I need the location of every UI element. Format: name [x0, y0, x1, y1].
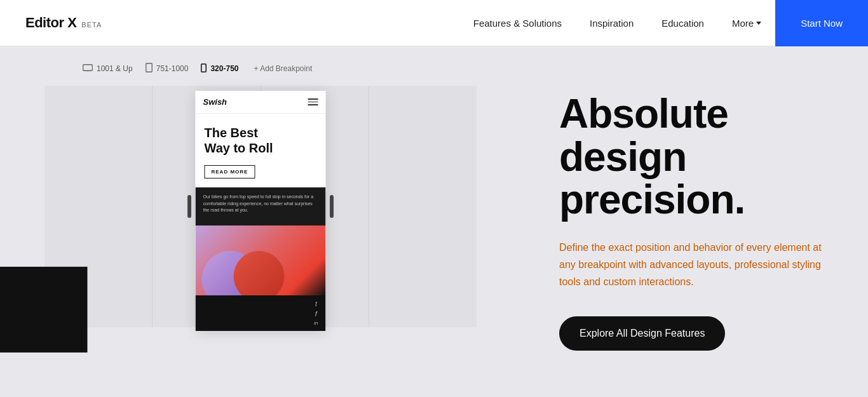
tablet-icon	[146, 63, 153, 74]
chevron-down-icon	[756, 22, 761, 25]
nav-inspiration[interactable]: Inspiration	[576, 0, 648, 46]
mobile-logo: Swish	[203, 97, 227, 107]
hero-description: Define the exact position and behavior o…	[559, 239, 826, 291]
svg-rect-3	[201, 64, 207, 72]
nav-education[interactable]: Education	[648, 0, 718, 46]
svg-rect-2	[146, 64, 152, 72]
mobile-hamburger-icon[interactable]	[308, 98, 318, 105]
logo-text: Editor X	[25, 15, 76, 31]
add-breakpoint-button[interactable]: + Add Breakpoint	[254, 64, 312, 73]
svg-rect-0	[83, 64, 93, 71]
mobile-icon	[201, 64, 207, 74]
resize-handle-right[interactable]	[330, 195, 334, 218]
breakpoint-mobile[interactable]: 320-750	[201, 64, 238, 74]
mobile-dark-section: Our bikes go from top speed to full stop…	[196, 187, 326, 225]
beta-badge: BETA	[81, 21, 102, 29]
mobile-preview: Swish The Best Way to Roll RE	[196, 91, 326, 331]
nav: Features & Solutions Inspiration Educati…	[459, 0, 848, 46]
breakpoint-desktop[interactable]: 1001 & Up	[83, 64, 133, 74]
hero-title: Absolute design precision.	[559, 93, 836, 221]
nav-more[interactable]: More	[718, 0, 775, 46]
right-panel: Absolute design precision. Define the ex…	[521, 46, 868, 397]
mobile-header: Swish	[196, 91, 326, 114]
mobile-body-text: Our bikes go from top speed to full stop…	[203, 194, 318, 214]
mobile-gradient-section	[196, 225, 326, 295]
explore-features-button[interactable]: Explore All Design Features	[559, 316, 725, 351]
mobile-hero-title: The Best Way to Roll	[205, 125, 317, 156]
logo[interactable]: Editor X BETA	[25, 15, 102, 31]
resize-handle-left[interactable]	[187, 195, 191, 218]
header: Editor X BETA Features & Solutions Inspi…	[0, 0, 868, 46]
facebook-icon[interactable]: f	[315, 310, 317, 318]
gradient-circle-2	[234, 251, 285, 295]
mobile-footer: t f in	[196, 295, 326, 331]
social-icons: t f in	[314, 300, 318, 326]
nav-features[interactable]: Features & Solutions	[459, 0, 576, 46]
mobile-read-more-button[interactable]: READ MORE	[205, 165, 255, 178]
breakpoint-tablet[interactable]: 751-1000	[146, 63, 189, 74]
breakpoint-bar: 1001 & Up 751-1000 320-750 + Add Breakpo…	[0, 59, 521, 78]
canvas-frame: Swish The Best Way to Roll RE	[44, 86, 477, 327]
mobile-hero-section: The Best Way to Roll READ MORE	[196, 114, 326, 187]
desktop-icon	[83, 64, 93, 74]
start-now-button[interactable]: Start Now	[775, 0, 868, 46]
main-content: 1001 & Up 751-1000 320-750 + Add Breakpo…	[0, 46, 868, 397]
linkedin-icon[interactable]: in	[314, 320, 318, 326]
side-label: Created on Editor X	[0, 267, 88, 353]
twitter-icon[interactable]: t	[315, 300, 317, 307]
